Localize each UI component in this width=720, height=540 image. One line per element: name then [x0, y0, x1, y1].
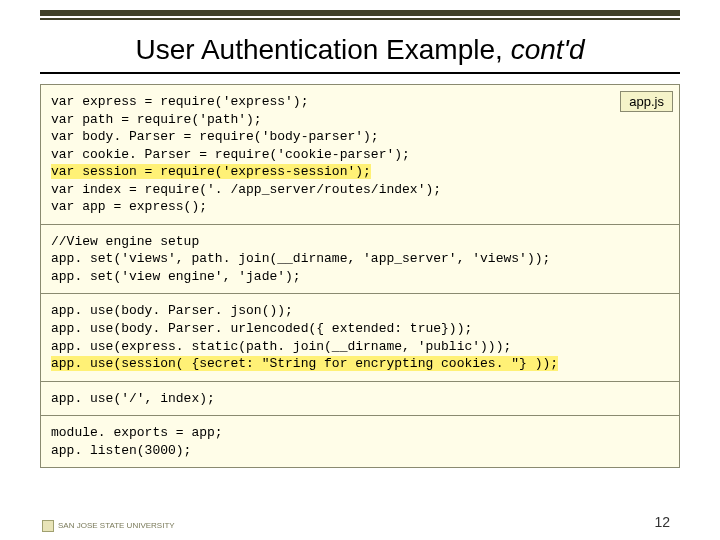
separator — [41, 293, 679, 294]
separator — [41, 224, 679, 225]
page-number: 12 — [654, 514, 670, 530]
logo-text: SAN JOSE STATE UNIVERSITY — [58, 521, 175, 530]
code-highlight: var session = require('express-session')… — [51, 164, 371, 179]
decor-bar-thin — [40, 18, 680, 20]
decor-bar-thick — [40, 10, 680, 16]
code-text: var express = require('express'); var pa… — [51, 94, 410, 162]
code-block-3: app. use(body. Parser. json()); app. use… — [51, 302, 669, 372]
university-logo: SAN JOSE STATE UNIVERSITY — [42, 520, 175, 532]
code-block-5: module. exports = app; app. listen(3000)… — [51, 424, 669, 459]
title-italic: cont'd — [511, 34, 585, 65]
logo-icon — [42, 520, 54, 532]
filename-badge: app.js — [620, 91, 673, 112]
code-container: app.js var express = require('express');… — [40, 84, 680, 468]
code-block-4: app. use('/', index); — [51, 390, 669, 408]
title-underline — [40, 72, 680, 74]
separator — [41, 415, 679, 416]
code-text: app. use(body. Parser. json()); app. use… — [51, 303, 511, 353]
title-main: User Authentication Example, — [136, 34, 511, 65]
code-highlight: app. use(session( {secret: "String for e… — [51, 356, 558, 371]
separator — [41, 381, 679, 382]
code-block-1: var express = require('express'); var pa… — [51, 93, 669, 216]
slide-title: User Authentication Example, cont'd — [40, 34, 680, 66]
code-text: var index = require('. /app_server/route… — [51, 182, 441, 215]
code-block-2: //View engine setup app. set('views', pa… — [51, 233, 669, 286]
